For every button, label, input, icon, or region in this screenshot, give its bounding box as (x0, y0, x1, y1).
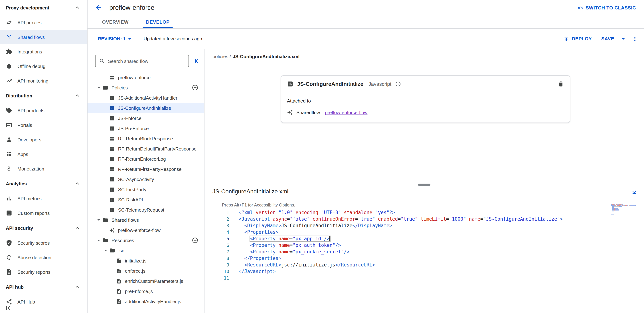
tree-item-initialize-js[interactable]: initialize.js (88, 255, 204, 266)
tree-folder-shared-flows[interactable]: Shared flows (88, 215, 204, 225)
tree-item-preenforce-js[interactable]: preEnforce.js (88, 286, 204, 296)
nav-section-api-security[interactable]: API security (0, 220, 87, 236)
search-box[interactable] (95, 55, 189, 67)
add-resources-button[interactable] (192, 237, 198, 243)
sidebar-item-developers[interactable]: Developers (0, 132, 87, 147)
api-metrics-icon (6, 195, 12, 202)
caret-down-icon (102, 247, 109, 254)
tab-develop[interactable]: DEVELOP (137, 15, 178, 28)
apps-icon (6, 151, 12, 157)
code-line-3[interactable]: 3 <DisplayName>JS-ConfigureAndInitialize… (204, 222, 644, 229)
tree-item-js-additionalactivityhandler[interactable]: JS-AdditionalActivityHandler (88, 93, 204, 103)
deploy-button[interactable]: DEPLOY (560, 34, 596, 44)
sidebar-item-api-monitoring[interactable]: API monitoring (0, 73, 87, 88)
sidebar-item-label: Custom reports (18, 210, 50, 216)
tree-item-rf-returnfirstpartyresponse[interactable]: RF-ReturnFirstPartyResponse (88, 164, 204, 174)
tree-item-sc-asyncactivity[interactable]: SC-AsyncActivity (88, 174, 204, 184)
tree-item-js-enforce[interactable]: JS-Enforce (88, 113, 204, 123)
code-line-content: <Properties> (229, 229, 278, 236)
tree-label: enrichCustomParameters.js (125, 278, 183, 284)
code-line-5[interactable]: 5 <Property name="px_app_id"/> (204, 236, 644, 242)
code-line-4[interactable]: 4 <Properties> (204, 229, 644, 236)
tree-label: JS-PreEnforce (118, 126, 149, 131)
nav-section-proxy-development[interactable]: Proxy development (0, 0, 87, 15)
tree-item-preflow-enforce[interactable]: preflow-enforce (88, 72, 204, 83)
code-line-content: <DisplayName>JS-ConfigureAndInitialize</… (229, 222, 392, 229)
tree-item-preflow-enforce-flow[interactable]: preflow-enforce-flow (88, 225, 204, 235)
tree-item-enrichcustomparameters-js[interactable]: enrichCustomParameters.js (88, 276, 204, 286)
sidebar-item-api-proxies[interactable]: API proxies (0, 15, 87, 30)
tree-item-rf-returnblockresponse[interactable]: RF-ReturnBlockResponse (88, 133, 204, 144)
sidebar-item-custom-reports[interactable]: Custom reports (0, 206, 87, 220)
back-button[interactable] (95, 4, 102, 11)
tree-item-rf-returndefaultfirstpartyresponse[interactable]: RF-ReturnDefaultFirstPartyResponse (88, 144, 204, 154)
revision-selector[interactable]: REVISION: 1 (93, 33, 136, 44)
policy-canvas: JS-ConfigureAndInitialize Javascript Att… (204, 64, 644, 185)
tree-item-js-preenforce[interactable]: JS-PreEnforce (88, 123, 204, 133)
code-line-7[interactable]: 7 <Property name="px_cookie_secret"/> (204, 249, 644, 255)
panel-collapse-button[interactable] (193, 58, 200, 64)
nav-section-distribution[interactable]: Distribution (0, 88, 87, 103)
policy-type: Javascript (368, 81, 392, 87)
delete-policy-button[interactable] (558, 81, 564, 87)
sidebar-item-integrations[interactable]: Integrations (0, 44, 87, 59)
code-line-2[interactable]: 2<Javascript async="false" continueOnErr… (204, 216, 644, 222)
code-line-9[interactable]: 9 <ResourceURL>jsc://initialize.js</Reso… (204, 262, 644, 268)
info-icon[interactable] (395, 81, 401, 87)
code-editor[interactable]: Press Alt+F1 for Accessibility Options. … (204, 198, 644, 281)
tree-folder-jsc[interactable]: jsc (88, 245, 204, 255)
code-line-11[interactable]: 11 (204, 275, 644, 281)
policy-title: JS-ConfigureAndInitialize (297, 81, 364, 87)
sidebar-item-label: Security reports (18, 269, 50, 275)
minimap[interactable] (611, 204, 638, 216)
sidebar-item-monetization[interactable]: Monetization (0, 161, 87, 176)
tree-item-sc-riskapi[interactable]: SC-RiskAPI (88, 194, 204, 205)
code-line-1[interactable]: 1<?xml version="1.0" encoding="UTF-8" st… (204, 209, 644, 216)
tree-folder-resources[interactable]: Resources (88, 235, 204, 245)
save-options-button[interactable] (620, 36, 626, 42)
switch-to-classic-button[interactable]: SWITCH TO CLASSIC (577, 5, 636, 11)
tree-item-additionalactivityhandler-js[interactable]: additionalActivityHandler.js (88, 296, 204, 306)
tree-item-enforce-js[interactable]: enforce.js (88, 266, 204, 276)
panel-resize-handle[interactable] (418, 184, 430, 186)
sidebar-item-abuse-detection[interactable]: Abuse detection (0, 250, 87, 265)
sharedflow-link[interactable]: preflow-enforce-flow (325, 110, 368, 115)
sidebar-item-api-hub[interactable]: API Hub (0, 294, 87, 309)
sidebar-item-portals[interactable]: Portals (0, 118, 87, 132)
nav-section-analytics[interactable]: Analytics (0, 176, 87, 191)
add-policies-button[interactable] (192, 84, 198, 91)
flow-explorer: preflow-enforcePoliciesJS-AdditionalActi… (88, 49, 204, 313)
nav-section-api-hub[interactable]: API hub (0, 279, 87, 294)
sidebar-item-security-reports[interactable]: Security reports (0, 265, 87, 279)
offline-debug-icon (6, 63, 12, 70)
code-line-8[interactable]: 8 </Properties> (204, 255, 644, 262)
tree-item-sc-firstparty[interactable]: SC-FirstParty (88, 184, 204, 194)
tree-label: SC-RiskAPI (118, 197, 143, 202)
sidebar-item-api-metrics[interactable]: API metrics (0, 191, 87, 206)
code-line-10[interactable]: 10</Javascript> (204, 268, 644, 275)
code-lines: 1<?xml version="1.0" encoding="UTF-8" st… (204, 209, 644, 281)
line-number: 10 (204, 268, 229, 275)
sidebar-item-apps[interactable]: Apps (0, 147, 87, 161)
sidebar-item-security-scores[interactable]: Security scores (0, 236, 87, 250)
code-line-content: </Javascript> (229, 268, 276, 275)
toolbar-divider (138, 34, 138, 44)
search-input[interactable] (108, 58, 185, 64)
sidebar-collapse-button[interactable] (4, 304, 12, 311)
api-proxies-icon (6, 19, 12, 26)
code-line-6[interactable]: 6 <Property name="px_auth_token"/> (204, 242, 644, 249)
sidebar-item-api-products[interactable]: API products (0, 103, 87, 118)
tree-item-js-configureandinitialize[interactable]: JS-ConfigureAndInitialize (88, 103, 204, 113)
tree-item-sc-telemetryrequest[interactable]: SC-TelemetryRequest (88, 205, 204, 215)
tab-overview[interactable]: OVERVIEW (93, 15, 137, 28)
sidebar-item-offline-debug[interactable]: Offline debug (0, 59, 87, 73)
save-button[interactable]: SAVE (598, 34, 618, 44)
tree-item-rf-returnenforcerlog[interactable]: RF-ReturnEnforcerLog (88, 154, 204, 164)
caret-down-icon (96, 84, 102, 91)
accessibility-hint: Press Alt+F1 for Accessibility Options. (222, 202, 644, 209)
policy-chart-icon (109, 115, 115, 121)
tree-folder-policies[interactable]: Policies (88, 83, 204, 93)
sidebar-item-shared-flows[interactable]: Shared flows (0, 30, 87, 44)
collapse-code-panel-button[interactable] (631, 189, 638, 195)
more-options-button[interactable] (632, 36, 638, 42)
